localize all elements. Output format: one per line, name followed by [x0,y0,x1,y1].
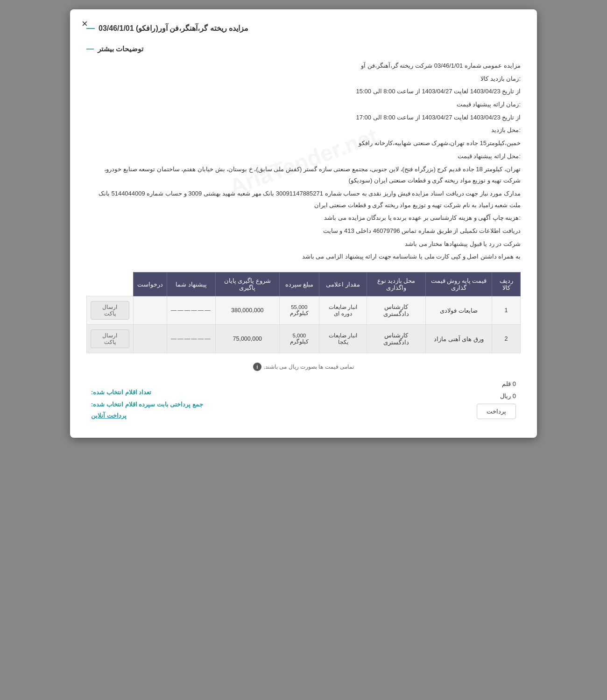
cell-request: ارسال پاکت [87,325,134,353]
footer-count-row: 0 قلم [502,379,516,388]
desc-line-4: :زمان ارائه پیشنهاد قیمت [86,99,521,111]
footer-section: 0 قلم 0 ریال پرداخت تعداد اقلام انتخاب ش… [86,379,521,419]
count-value: 0 قلم [502,380,516,387]
table-row: 2 ورق های آهنی مازاد کارشناس دادگستری ان… [87,325,521,353]
desc-line-1: مزایده عمومی شماره 03/46/1/01 شرکت ریخته… [86,60,521,72]
section-title: توضیحات بیشتر [98,45,143,53]
footer-right: تعداد اقلام انتخاب شده: جمع پرداختی بابت… [91,388,203,419]
cell-location: انبار ضایعات یکجا [319,325,367,353]
cell-deposit: 75,000,000 [215,325,279,353]
section-dash: — [86,45,94,53]
close-button[interactable]: × [82,19,88,29]
modal-container: × مزایده ریخته گر،آهنگر،فن آور(رافکو) 03… [70,9,537,438]
desc-line-3: از تاریخ 1403/04/23 لغایت 1403/04/27 از … [86,86,521,98]
col-header-row: ردیف کالا [492,273,521,296]
footer-sum-row: 0 ریال [500,392,516,400]
count-label: تعداد اقلام انتخاب شده: [91,389,151,396]
cell-row-num: 2 [492,325,521,353]
cell-location: انبار ضایعات دوره ای [319,296,367,325]
cell-date-range: —————— [167,325,215,353]
cell-item-name: ضایعات فولادی [425,296,492,325]
col-header-price: قیمت پایه روش قیمت گذاری [425,273,492,296]
desc-line-5: از تاریخ 1403/04/23 لغایت 1403/04/27 از … [86,112,521,124]
desc-line-12: دریافت اطلاعات تکمیلی از طریق شماره تماس… [86,225,521,237]
info-icon: i [253,363,261,371]
cell-deposit: 380,000,000 [215,296,279,325]
desc-line-7: خمین،کیلومتر15 جاده تهران،شهرک صنعتی شها… [86,138,521,149]
sum-value: 0 ریال [500,392,516,399]
desc-line-14: به همراه داشتن اصل و کپی کارت ملی یا شنا… [86,251,521,263]
footer-left: 0 قلم 0 ریال پرداخت [477,379,516,419]
cell-date-range: —————— [167,296,215,325]
send-packet-button[interactable]: ارسال پاکت [91,301,129,320]
cell-suggestion [133,296,167,325]
desc-line-9: تهران، کیلومتر 18 جاده قدیم کرج (بزرگراه… [86,164,521,187]
info-bar: تمامی قیمت ها بصورت ریال می باشند. i [86,363,521,371]
online-pay-label[interactable]: پرداخت آنلاین [91,412,127,419]
description-box: AriaTender.net مزایده عمومی شماره 03/46/… [86,60,521,263]
footer-sum-label-row: جمع پرداختی بابت سپرده اقلام انتخاب شده: [91,400,203,408]
col-header-request: درخواست [133,273,167,296]
sum-label: جمع پرداختی بابت سپرده اقلام انتخاب شده: [91,401,203,408]
cell-suggestion [133,325,167,353]
cell-request: ارسال پاکت [87,296,134,325]
cell-pricing: کارشناس دادگستری [367,296,426,325]
section-header: توضیحات بیشتر — [86,45,521,53]
col-header-suggestion: پیشنهاد شما [167,273,215,296]
modal-title: مزایده ریخته گر،آهنگر،فن آور(رافکو) 03/4… [99,24,248,33]
items-table: ردیف کالا قیمت پایه روش قیمت گذاری محل ب… [86,272,521,353]
pay-button[interactable]: پرداخت [477,404,516,419]
desc-line-13: شرکت در رد یا قبول پیشنهادها مختار می با… [86,238,521,250]
desc-line-8: :محل ارائه پیشنهاد قیمت [86,151,521,162]
cell-pricing: کارشناس دادگستری [367,325,426,353]
col-header-amount: مقدار اعلامی [319,273,367,296]
cell-amount: 55,000 کیلوگرم [279,296,319,325]
items-table-wrapper: ردیف کالا قیمت پایه روش قیمت گذاری محل ب… [86,272,521,353]
col-header-dates: شروع پاگیری پایان پاگیری [215,273,279,296]
desc-line-6: :محل بازدید [86,125,521,136]
cell-row-num: 1 [492,296,521,325]
send-packet-button[interactable]: ارسال پاکت [91,329,129,348]
table-row: 1 ضایعات فولادی کارشناس دادگستری انبار ض… [87,296,521,325]
desc-line-10: مدارک مورد نیاز جهت دریافت اسناد مزایده … [86,188,521,211]
col-header-location: محل بازدید نوع واگذاری [367,273,426,296]
desc-line-2: :زمان بازدید کالا [86,73,521,85]
info-text: تمامی قیمت ها بصورت ریال می باشند. [264,364,354,370]
col-header-deposit: مبلغ سپرده [279,273,319,296]
footer-count-label-row: تعداد اقلام انتخاب شده: [91,388,151,396]
desc-line-11: :هزینه چاپ آگهی و هزینه کارشناسی بر عهده… [86,212,521,224]
title-bar: مزایده ریخته گر،آهنگر،فن آور(رافکو) 03/4… [86,23,521,33]
cell-item-name: ورق های آهنی مازاد [425,325,492,353]
cell-amount: 5,000 کیلوگرم [279,325,319,353]
